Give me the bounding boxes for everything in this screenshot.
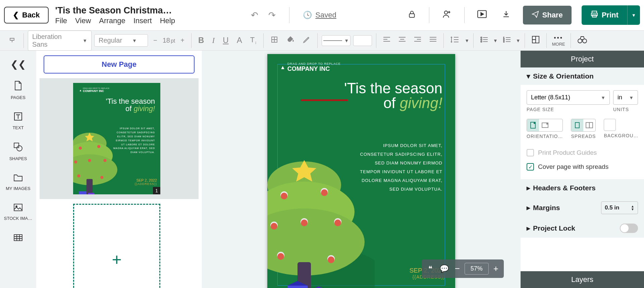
rail-myimages[interactable]: MY IMAGES [0,167,36,197]
saved-status[interactable]: Saved [315,11,336,19]
svg-point-31 [88,159,91,162]
title-giving[interactable]: giving! [400,95,442,111]
svg-point-28 [79,147,82,150]
comment-icon[interactable]: 💬 [438,265,450,273]
collapse-panel-button[interactable]: ❮❮ [6,54,31,75]
bold-icon[interactable]: B [196,34,207,47]
add-page-placeholder[interactable]: + [73,204,160,288]
align-left-icon[interactable] [380,35,393,46]
print-guides-checkbox[interactable]: Print Product Guides [527,146,638,160]
font-family-select[interactable]: Liberation Sans ▼ [28,31,92,51]
landscape-icon[interactable] [539,119,551,131]
new-page-button[interactable]: New Page [44,55,195,74]
align-justify-icon[interactable] [427,35,439,46]
crop-icon[interactable] [268,34,281,47]
cover-spreads-checkbox[interactable]: ✓ Cover page with spreads [527,160,638,174]
menu-help[interactable]: Help [160,16,175,25]
tree-illustration[interactable] [267,158,375,288]
font-weight-select[interactable]: Regular ▼ [94,34,148,47]
stepper-icon[interactable]: ▲▼ [631,205,634,211]
back-button[interactable]: ❮ Back [4,7,49,23]
line-spacing-icon[interactable] [448,34,462,47]
section-margins[interactable]: ▸ Margins 0.5 in ▲▼ [521,197,644,219]
font-size-value[interactable]: 18 [163,37,170,44]
rail-shapes[interactable]: SHAPES [0,136,36,167]
plus-icon: + [112,250,121,269]
align-right-icon[interactable] [411,35,424,46]
quote-icon[interactable]: ❝ [427,265,434,273]
binoculars-icon[interactable] [575,34,590,47]
more-button[interactable]: ••• MORE [547,35,570,47]
download-icon[interactable] [499,10,513,20]
section-headers-footers[interactable]: ▸ Headers & Footers [521,179,644,197]
rail-table[interactable] [0,227,36,250]
decrease-size-button[interactable]: − [151,35,160,46]
units-label: UNITS [613,107,638,112]
project-lock-toggle[interactable] [620,224,638,233]
lock-icon[interactable] [405,10,419,20]
fill-icon[interactable] [284,34,297,47]
margins-input[interactable]: 0.5 in ▲▼ [601,201,638,214]
pencil-icon[interactable] [300,34,313,47]
redo-icon[interactable]: ↷ [268,10,276,20]
layout-icon[interactable] [529,34,542,47]
units-select[interactable]: in ▼ [613,90,638,105]
rail-pages[interactable]: PAGES [0,75,36,106]
align-center-icon[interactable] [396,35,409,46]
spelling-underline [301,99,348,101]
title-of[interactable]: of [383,95,400,111]
svg-point-32 [103,159,106,162]
background-color-swatch[interactable] [604,119,616,131]
document-title[interactable]: 'Tis the Season Christma… [55,5,183,16]
shapes-icon [13,142,23,154]
zoom-out-button[interactable]: − [455,263,460,274]
italic-icon[interactable]: I [209,34,217,47]
svg-point-8 [481,37,482,38]
svg-point-1 [444,11,447,14]
spread-page-icon[interactable] [583,119,595,131]
text-transform-icon[interactable]: T↕ [248,34,259,47]
section-project-lock[interactable]: ▸ Project Lock [521,219,644,238]
portrait-icon[interactable] [527,119,539,131]
video-icon[interactable] [475,10,489,20]
title-line-1[interactable]: 'Tis the season [344,81,442,96]
zoom-input[interactable]: 57% [465,263,489,275]
menu-insert[interactable]: Insert [133,16,152,25]
rail-text[interactable]: TEXT [0,106,36,136]
svg-point-49 [271,223,277,230]
section-size-orientation[interactable]: ▾ Size & Orientation [521,67,644,85]
text-color-icon[interactable]: A [234,34,245,47]
zoom-in-button[interactable]: + [493,263,498,274]
rail-stockimages[interactable]: STOCK IMA… [0,197,36,227]
orientation-toggle[interactable] [527,119,563,132]
single-page-icon[interactable] [571,119,583,131]
undo-icon[interactable]: ↶ [251,10,258,20]
checkbox-on-icon: ✓ [527,163,534,171]
svg-rect-20 [14,204,22,211]
increase-size-button[interactable]: + [178,35,187,46]
page-size-select[interactable]: Letter (8.5x11) ▼ [527,90,610,105]
print-dropdown[interactable]: ▼ [627,5,640,25]
menu-file[interactable]: File [55,16,67,25]
menu-arrange[interactable]: Arrange [99,16,125,25]
paper-plane-icon [532,10,539,20]
project-lock-label: Project Lock [533,224,575,232]
panel-header-layers[interactable]: Layers [521,271,644,288]
underline-icon[interactable]: U [220,34,231,47]
spreads-toggle[interactable] [571,119,596,132]
clock-icon: 🕓 [303,11,312,19]
page-thumbnail-1[interactable]: ▲ DRAG AND DROP TO REPLACE COMPANY INC '… [40,78,199,199]
canvas-area[interactable]: ▲ DRAG AND DROP TO REPLACE COMPANY INC '… [202,51,521,288]
chevron-down-icon: ▼ [83,38,87,43]
menu-view[interactable]: View [75,16,91,25]
numbered-list-icon[interactable]: 123 [500,35,513,46]
print-button[interactable]: Print [582,5,627,25]
bullet-list-icon[interactable] [478,35,490,46]
share-button[interactable]: Share [523,6,572,25]
format-painter-icon[interactable] [6,34,19,47]
line-style-select[interactable]: ▼ [322,35,351,46]
add-user-icon[interactable] [439,9,454,21]
line-weight-input[interactable] [353,35,372,46]
svg-point-10 [481,41,482,42]
canvas-page[interactable]: ▲ DRAG AND DROP TO REPLACE COMPANY INC '… [267,54,455,288]
